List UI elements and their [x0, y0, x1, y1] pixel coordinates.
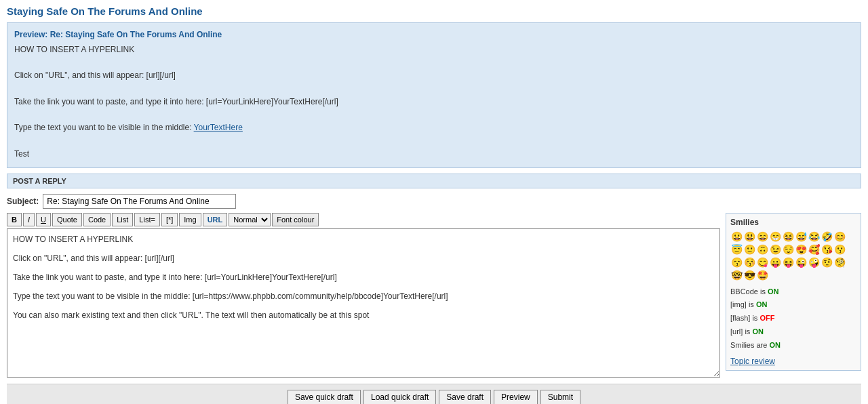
- save-draft-button[interactable]: Save draft: [439, 390, 491, 404]
- smiley-17[interactable]: 😘: [821, 243, 833, 256]
- smilies-status: Smilies are ON: [730, 339, 856, 352]
- load-quick-draft-button[interactable]: Load quick draft: [363, 390, 436, 404]
- post-textarea[interactable]: HOW TO INSERT A HYPERLINK Click on "URL"…: [7, 228, 720, 378]
- smiley-23[interactable]: 😝: [782, 256, 794, 268]
- smiley-30[interactable]: 🤩: [756, 269, 768, 281]
- smiley-28[interactable]: 🤓: [730, 269, 743, 281]
- url-button[interactable]: URL: [203, 213, 228, 226]
- quote-button[interactable]: Quote: [52, 213, 82, 226]
- smiley-9[interactable]: 😊: [833, 230, 846, 243]
- smiley-16[interactable]: 🥰: [808, 243, 820, 256]
- smiley-14[interactable]: 😌: [782, 243, 794, 256]
- url-on: ON: [752, 327, 764, 336]
- toolbar: B I U Quote Code List List= [*] Img URL …: [7, 213, 720, 226]
- preview-line2: Take the link you want to paste, and typ…: [14, 96, 854, 108]
- preview-link[interactable]: YourTextHere: [194, 123, 243, 132]
- smiley-5[interactable]: 😆: [782, 230, 794, 243]
- page-title[interactable]: Staying Safe On The Forums And Online: [7, 5, 203, 17]
- subject-input[interactable]: [43, 194, 236, 209]
- smiley-3[interactable]: 😄: [756, 230, 768, 243]
- bbcode-on: ON: [768, 287, 779, 296]
- save-quick-draft-button[interactable]: Save quick draft: [288, 390, 361, 404]
- post-reply-header: POST A REPLY: [7, 174, 861, 188]
- smiley-27[interactable]: 🧐: [833, 256, 846, 268]
- smiley-12[interactable]: 🙃: [756, 243, 768, 256]
- smilies-on: ON: [769, 341, 781, 349]
- smiley-25[interactable]: 🤪: [808, 256, 820, 268]
- list-button[interactable]: List: [112, 213, 133, 226]
- list-equals-button[interactable]: List=: [134, 213, 160, 226]
- smiley-8[interactable]: 🤣: [821, 230, 833, 243]
- img-on: ON: [756, 300, 768, 308]
- preview-section: Preview: Re: Staying Safe On The Forums …: [7, 22, 861, 168]
- img-button[interactable]: Img: [179, 213, 201, 226]
- bold-button[interactable]: B: [7, 213, 22, 226]
- smiley-21[interactable]: 😋: [756, 256, 768, 268]
- smiley-19[interactable]: 😙: [730, 256, 743, 268]
- preview-content: HOW TO INSERT A HYPERLINK Click on "URL"…: [14, 43, 854, 161]
- smiley-13[interactable]: 😉: [769, 243, 781, 256]
- preview-line1: Click on "URL", and this will appear: [u…: [14, 69, 854, 82]
- subject-row: Subject:: [7, 191, 861, 213]
- preview-line3: Type the text you want to be visible in …: [14, 121, 854, 134]
- topic-review-link[interactable]: Topic review: [730, 357, 856, 366]
- subject-label: Subject:: [7, 197, 39, 206]
- submit-button[interactable]: Submit: [540, 390, 580, 404]
- smilies-title: Smilies: [730, 218, 856, 227]
- smiley-20[interactable]: 😚: [743, 256, 755, 268]
- post-reply-section: POST A REPLY Subject: B I U Quote Code L…: [7, 174, 861, 404]
- smiley-1[interactable]: 😀: [730, 230, 743, 243]
- italic-button[interactable]: I: [23, 213, 35, 226]
- text-area-wrapper: HOW TO INSERT A HYPERLINK Click on "URL"…: [7, 228, 720, 380]
- preview-button[interactable]: Preview: [494, 390, 538, 404]
- smiley-26[interactable]: 🤨: [821, 256, 833, 268]
- bbcode-status: BBCode is ON: [730, 285, 856, 299]
- smiley-18[interactable]: 😗: [833, 243, 846, 256]
- smiley-29[interactable]: 😎: [743, 269, 755, 281]
- smiley-24[interactable]: 😜: [795, 256, 807, 268]
- code-button[interactable]: Code: [83, 213, 111, 226]
- bbcode-info: BBCode is ON [img] is ON [flash] is OFF …: [730, 285, 856, 352]
- preview-title: Preview: Re: Staying Safe On The Forums …: [14, 30, 854, 39]
- smiley-22[interactable]: 😛: [769, 256, 781, 268]
- main-area: B I U Quote Code List List= [*] Img URL …: [7, 213, 861, 380]
- url-status: [url] is ON: [730, 325, 856, 339]
- img-status: [img] is ON: [730, 298, 856, 312]
- preview-line4: Test: [14, 148, 854, 161]
- action-bar: Save quick draft Load quick draft Save d…: [7, 384, 861, 404]
- smiley-10[interactable]: 😇: [730, 243, 743, 256]
- smiley-4[interactable]: 😁: [769, 230, 781, 243]
- smiley-2[interactable]: 😃: [743, 230, 755, 243]
- smilies-grid: 😀 😃 😄 😁 😆 😅 😂 🤣 😊 😇 🙂 🙃 😉: [730, 230, 856, 281]
- smiley-7[interactable]: 😂: [808, 230, 820, 243]
- smiley-6[interactable]: 😅: [795, 230, 807, 243]
- preview-heading: HOW TO INSERT A HYPERLINK: [14, 43, 854, 56]
- underline-button[interactable]: U: [36, 213, 51, 226]
- asterisk-button[interactable]: [*]: [161, 213, 178, 226]
- editor-area: B I U Quote Code List List= [*] Img URL …: [7, 213, 720, 380]
- font-color-button[interactable]: Font colour: [272, 213, 319, 226]
- smiley-15[interactable]: 😍: [795, 243, 807, 256]
- flash-off: OFF: [760, 314, 774, 322]
- flash-status: [flash] is OFF: [730, 312, 856, 325]
- smiley-11[interactable]: 🙂: [743, 243, 755, 256]
- sidebar: Smilies 😀 😃 😄 😁 😆 😅 😂 🤣 😊 😇: [726, 213, 861, 380]
- normal-select[interactable]: Normal: [229, 213, 271, 226]
- smilies-section: Smilies 😀 😃 😄 😁 😆 😅 😂 🤣 😊 😇: [726, 213, 861, 371]
